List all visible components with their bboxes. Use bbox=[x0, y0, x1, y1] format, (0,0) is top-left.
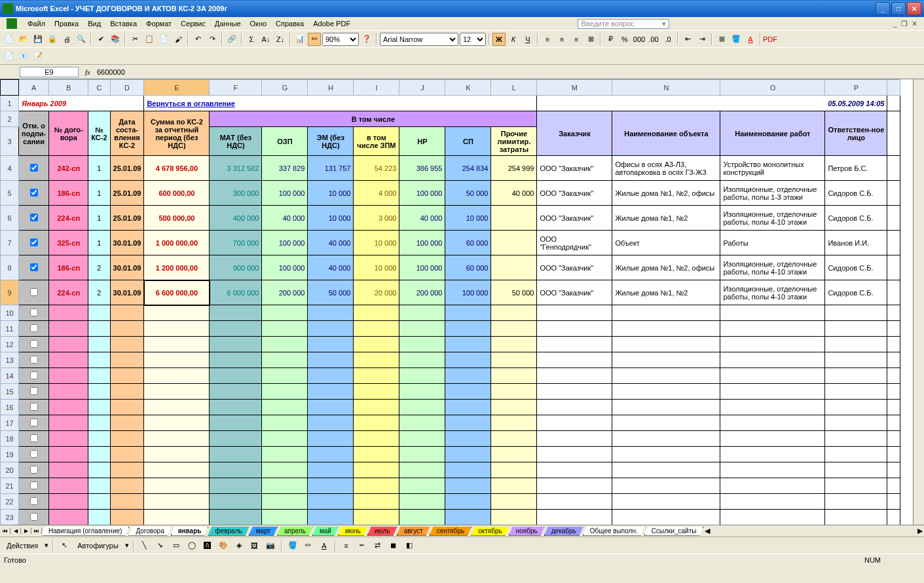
cell-h-4[interactable]: 131 757 bbox=[308, 156, 354, 181]
font-color-draw-icon[interactable]: A bbox=[318, 539, 331, 552]
help-icon[interactable]: ❓ bbox=[360, 33, 373, 46]
align-left-icon[interactable]: ≡ bbox=[541, 33, 554, 46]
percent-icon[interactable]: % bbox=[618, 33, 631, 46]
cell-e-7[interactable]: 1 000 000,00 bbox=[144, 231, 210, 255]
sheet-tab-январь[interactable]: январь bbox=[171, 527, 209, 536]
cell-o-7[interactable]: Работы bbox=[720, 231, 825, 255]
cell-chk-23[interactable] bbox=[19, 510, 49, 525]
sheet-tab-ноябрь[interactable]: ноябрь bbox=[509, 527, 545, 536]
copy-icon[interactable]: 📋 bbox=[143, 33, 156, 46]
cell-d-7[interactable]: 30.01.09 bbox=[110, 231, 144, 255]
cell-f-4[interactable]: 3 312 582 bbox=[210, 156, 262, 181]
menu-insert[interactable]: Вставка bbox=[106, 18, 141, 29]
row-header-1[interactable]: 1 bbox=[1, 96, 19, 111]
cell-e-6[interactable]: 500 000,00 bbox=[144, 206, 210, 231]
col-header-E[interactable]: E bbox=[144, 80, 210, 96]
cell-f-8[interactable]: 900 000 bbox=[210, 255, 262, 280]
textbox-icon[interactable]: 🅰 bbox=[201, 539, 214, 552]
sheet-tab-Договора[interactable]: Договора bbox=[128, 527, 171, 536]
cell-b-4[interactable]: 242-сп bbox=[49, 156, 88, 181]
picture-icon[interactable]: 📷 bbox=[264, 539, 277, 552]
cell-e-9[interactable]: 6 600 000,00 bbox=[144, 280, 210, 305]
cell-m-5[interactable]: ООО "Заказчик" bbox=[537, 181, 612, 206]
cell-g-7[interactable]: 100 000 bbox=[262, 231, 308, 255]
cell-l-7[interactable] bbox=[491, 231, 537, 255]
cell-o-5[interactable]: Изоляционные, отделочные работы, полы 1-… bbox=[720, 181, 825, 206]
row-header-15[interactable]: 15 bbox=[1, 384, 19, 400]
merge-icon[interactable]: ⊞ bbox=[584, 33, 597, 46]
cell-p-4[interactable]: Петров Б.С. bbox=[825, 156, 887, 181]
fill-icon[interactable]: 🪣 bbox=[286, 539, 299, 552]
cell-d-4[interactable]: 25.01.09 bbox=[110, 156, 144, 181]
format-painter-icon[interactable]: 🖌 bbox=[172, 33, 185, 46]
cell-chk-21[interactable] bbox=[19, 478, 49, 494]
drawing-icon[interactable]: ✏ bbox=[308, 33, 321, 46]
col-header-I[interactable]: I bbox=[354, 80, 399, 96]
col-header-O[interactable]: O bbox=[720, 80, 825, 96]
cell-chk-11[interactable] bbox=[19, 321, 49, 337]
sheet-tab-июнь[interactable]: июнь bbox=[338, 527, 368, 536]
col-header-M[interactable]: M bbox=[537, 80, 612, 96]
sheet-tab-Навигация (оглавление)[interactable]: Навигация (оглавление) bbox=[42, 527, 129, 536]
col-header-H[interactable]: H bbox=[308, 80, 354, 96]
cell-h-8[interactable]: 40 000 bbox=[308, 255, 354, 280]
rect-icon[interactable]: ▭ bbox=[170, 539, 183, 552]
sheet-tab-сентябрь[interactable]: сентябрь bbox=[430, 527, 472, 536]
cell-k-7[interactable]: 60 000 bbox=[445, 231, 491, 255]
cell-j-6[interactable]: 40 000 bbox=[399, 206, 445, 231]
cell-chk-20[interactable] bbox=[19, 462, 49, 478]
size-select[interactable]: 12 bbox=[460, 33, 486, 46]
row-header-18[interactable]: 18 bbox=[1, 431, 19, 447]
pdf-create-icon[interactable]: 📄 bbox=[3, 50, 16, 63]
cell-c-4[interactable]: 1 bbox=[88, 156, 110, 181]
cell-l-8[interactable] bbox=[491, 255, 537, 280]
italic-icon[interactable]: К bbox=[507, 33, 520, 46]
row-header-22[interactable]: 22 bbox=[1, 494, 19, 510]
cell-i-8[interactable]: 10 000 bbox=[354, 255, 399, 280]
cell-h-6[interactable]: 10 000 bbox=[308, 206, 354, 231]
cell-h-9[interactable]: 50 000 bbox=[308, 280, 354, 305]
paste-icon[interactable]: 📄 bbox=[157, 33, 170, 46]
col-header-G[interactable]: G bbox=[262, 80, 308, 96]
3d-icon[interactable]: ◧ bbox=[403, 539, 416, 552]
cell-g-8[interactable]: 100 000 bbox=[262, 255, 308, 280]
cell-k-6[interactable]: 10 000 bbox=[445, 206, 491, 231]
cell-e-5[interactable]: 600 000,00 bbox=[144, 181, 210, 206]
cell-o-4[interactable]: Устройство монолитных конструкций bbox=[720, 156, 825, 181]
row-header-5[interactable]: 5 bbox=[1, 181, 19, 206]
cell-j-9[interactable]: 200 000 bbox=[399, 280, 445, 305]
close-button[interactable]: ✕ bbox=[907, 2, 921, 15]
cell-d-5[interactable]: 25.01.09 bbox=[110, 181, 144, 206]
oval-icon[interactable]: ◯ bbox=[185, 539, 198, 552]
sort-desc-icon[interactable]: Z↓ bbox=[274, 33, 287, 46]
tab-first-icon[interactable]: ⏮ bbox=[0, 528, 10, 534]
cell-j-4[interactable]: 386 955 bbox=[399, 156, 445, 181]
row-header-3[interactable]: 3 bbox=[1, 127, 19, 156]
row-header-12[interactable]: 12 bbox=[1, 337, 19, 352]
menu-tools[interactable]: Сервис bbox=[177, 18, 210, 29]
cell-c-8[interactable]: 2 bbox=[88, 255, 110, 280]
cell-m-4[interactable]: ООО "Заказчик" bbox=[537, 156, 612, 181]
underline-icon[interactable]: Ч bbox=[521, 33, 534, 46]
row-header-16[interactable]: 16 bbox=[1, 400, 19, 415]
cell-f-9[interactable]: 6 000 000 bbox=[210, 280, 262, 305]
cell-chk-22[interactable] bbox=[19, 494, 49, 510]
cell-h-7[interactable]: 40 000 bbox=[308, 231, 354, 255]
cut-icon[interactable]: ✂ bbox=[128, 33, 141, 46]
sheet-tab-май[interactable]: май bbox=[312, 527, 339, 536]
cell-d-6[interactable]: 25.01.09 bbox=[110, 206, 144, 231]
cell-chk-4[interactable] bbox=[19, 156, 49, 181]
cell-chk-15[interactable] bbox=[19, 384, 49, 400]
row-header-17[interactable]: 17 bbox=[1, 415, 19, 431]
cell-p-9[interactable]: Сидоров С.Б. bbox=[825, 280, 887, 305]
cell-k-5[interactable]: 50 000 bbox=[445, 181, 491, 206]
cell-c-7[interactable]: 1 bbox=[88, 231, 110, 255]
cell-l-5[interactable]: 40 000 bbox=[491, 181, 537, 206]
cell-g-9[interactable]: 200 000 bbox=[262, 280, 308, 305]
cell-f-6[interactable]: 400 000 bbox=[210, 206, 262, 231]
row-header-6[interactable]: 6 bbox=[1, 206, 19, 231]
font-color-icon[interactable]: A bbox=[744, 33, 757, 46]
cell-l-9[interactable]: 50 000 bbox=[491, 280, 537, 305]
row-header-2[interactable]: 2 bbox=[1, 111, 19, 127]
sheet-tab-февраль[interactable]: февраль bbox=[208, 527, 249, 536]
